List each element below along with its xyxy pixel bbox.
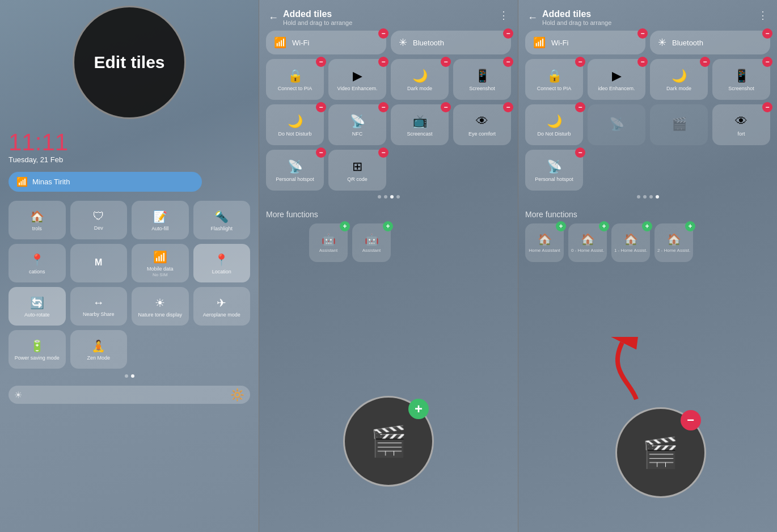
more-functions-row-2: 🤖 Assistant + 🤖 Assistant + xyxy=(259,223,518,262)
bluetooth-tile-3-icon: ✳ xyxy=(658,36,666,49)
dots-indicator-3 xyxy=(525,195,770,199)
zoom-remove-badge[interactable]: − xyxy=(681,410,701,430)
more-functions-row-3: 🏠 Home Assistant + 🏠 0 - Home Assist. + … xyxy=(518,223,777,262)
wifi-wide-tile[interactable]: 📶 Wi-Fi − xyxy=(266,31,386,54)
red-arrow-svg xyxy=(591,337,648,405)
tile-nearby-share[interactable]: ↔ Nearby Share xyxy=(70,287,128,326)
zoom-screenrecorder-remove-icon: 🎬 xyxy=(642,436,679,470)
edit-tiles-label: Edit tiles xyxy=(94,52,164,73)
panel3-header: ← Added tiles Hold and drag to arrange ⋮ xyxy=(518,0,777,31)
panel-1: Edit tiles 11:11 Tuesday, 21 Feb 📶 Minas… xyxy=(0,0,259,532)
dark-remove[interactable]: − xyxy=(441,57,451,67)
wifi-icon: 📶 xyxy=(16,176,28,187)
auto-rotate-icon: 🔄 xyxy=(30,296,44,310)
more-tile-home-2[interactable]: 🏠 0 - Home Assist. + xyxy=(568,223,607,262)
more-functions-label-3: More functions xyxy=(518,203,777,223)
tile-controls[interactable]: 🏠 trols xyxy=(9,201,66,239)
tile-eye-comfort[interactable]: 👁 Eye comfort − xyxy=(453,104,511,145)
tile-dnd[interactable]: 🌙 Do Not Disturb − xyxy=(266,104,324,145)
tile-screenshot[interactable]: 📱 Screenshot − xyxy=(453,59,511,100)
tile3-screenrecord[interactable]: 🎬 xyxy=(650,104,708,145)
nfc-remove[interactable]: − xyxy=(378,102,388,112)
tile3-dnd[interactable]: 🌙 Do Not Disturb − xyxy=(525,104,583,145)
tile3-connect-pia[interactable]: 🔒 Connect to PIA − xyxy=(525,59,583,100)
three-dots-3-icon[interactable]: ⋮ xyxy=(758,9,768,22)
flashlight-icon: 🔦 xyxy=(214,210,229,223)
hotspot-remove[interactable]: − xyxy=(316,147,326,158)
tile-location[interactable]: 📍 Location xyxy=(193,244,251,282)
dev-icon: 🛡 xyxy=(93,210,104,223)
wifi-tile-icon: 📶 xyxy=(274,36,286,49)
quick-tiles-grid: 🏠 trols 🛡 Dev 📝 Auto-fill 🔦 Flashlight 📍 xyxy=(9,201,250,369)
tile-autofill[interactable]: 📝 Auto-fill xyxy=(132,201,189,239)
dnd-remove[interactable]: − xyxy=(316,102,326,112)
back-arrow-3-icon[interactable]: ← xyxy=(527,12,538,24)
bluetooth-remove-3[interactable]: − xyxy=(762,28,772,39)
panel2-header: ← Added tiles Hold and drag to arrange ⋮ xyxy=(259,0,518,31)
wifi-bar[interactable]: 📶 Minas Tirith xyxy=(9,172,202,192)
panel3-title: Added tiles xyxy=(542,9,611,19)
tile3-eye[interactable]: 👁 fort − xyxy=(712,104,770,145)
tile-nature-tone[interactable]: ☀ Nature tone display xyxy=(132,287,189,326)
tile3-nfc[interactable]: 📡 xyxy=(588,104,645,145)
dots-indicator-2 xyxy=(266,195,511,199)
zoom-circle-add[interactable]: 🎬 + xyxy=(343,396,434,487)
tile-video-enhance[interactable]: ▶ Video Enhancem. − xyxy=(328,59,386,100)
tile-screencast[interactable]: 📺 Screencast − xyxy=(391,104,449,145)
tile-auto-rotate[interactable]: 🔄 Auto-rotate xyxy=(9,287,66,326)
brightness-bar[interactable]: ☀ 🔆 xyxy=(9,386,250,404)
panel2-title: Added tiles xyxy=(283,9,352,19)
tile-aeroplane[interactable]: ✈ Aeroplane mode xyxy=(193,287,251,326)
zen-mode-icon: 🧘 xyxy=(91,339,105,353)
three-dots-icon[interactable]: ⋮ xyxy=(499,9,509,22)
tile-m[interactable]: M xyxy=(70,244,128,282)
bluetooth-remove-badge[interactable]: − xyxy=(503,28,513,39)
tile-nfc[interactable]: 📡 NFC − xyxy=(328,104,386,145)
more-tile-assistant-1[interactable]: 🤖 Assistant + xyxy=(309,223,348,262)
tile-dark-mode[interactable]: 🌙 Dark mode − xyxy=(391,59,449,100)
wifi-wide-tile-3[interactable]: 📶 Wi-Fi − xyxy=(525,31,645,54)
more-tile-home-3[interactable]: 🏠 1 - Home Assist. + xyxy=(611,223,650,262)
wifi-remove-3[interactable]: − xyxy=(637,28,648,39)
assistant-add-2[interactable]: + xyxy=(383,221,393,231)
date-display: Tuesday, 21 Feb xyxy=(9,155,250,164)
video-remove[interactable]: − xyxy=(378,57,388,67)
tile3-video[interactable]: ▶ ideo Enhancem. − xyxy=(588,59,645,100)
tile-dev[interactable]: 🛡 Dev xyxy=(70,201,128,239)
tile-zen-mode[interactable]: 🧘 Zen Mode xyxy=(70,330,128,369)
zoom-add-badge[interactable]: + xyxy=(408,399,429,419)
zoom-screenrecorder-icon: 🎬 xyxy=(370,424,407,459)
tile3-hotspot[interactable]: 📡 Personal hotspot − xyxy=(525,150,583,191)
more-tile-assistant-2[interactable]: 🤖 Assistant + xyxy=(352,223,391,262)
brightness-high-icon: 🔆 xyxy=(230,388,244,402)
controls-icon: 🏠 xyxy=(30,210,44,223)
tile-connect-pia[interactable]: 🔒 Connect to PIA − xyxy=(266,59,324,100)
assistant-add-1[interactable]: + xyxy=(340,221,350,231)
brightness-low-icon: ☀ xyxy=(14,390,22,400)
tile3-screenshot[interactable]: 📱 Screenshot − xyxy=(712,59,770,100)
screenshot-remove[interactable]: − xyxy=(503,57,513,67)
more-tile-home-1[interactable]: 🏠 Home Assistant + xyxy=(525,223,564,262)
tile-flashlight[interactable]: 🔦 Flashlight xyxy=(193,201,251,239)
red-arrow-container xyxy=(591,337,648,407)
tile3-dark[interactable]: 🌙 Dark mode − xyxy=(650,59,708,100)
more-tile-home-4[interactable]: 🏠 2 - Home Assist. + xyxy=(654,223,693,262)
wifi-remove-badge[interactable]: − xyxy=(378,28,388,39)
tile-mobile-data[interactable]: 📶 Mobile data No SIM xyxy=(132,244,189,282)
back-arrow-icon[interactable]: ← xyxy=(268,12,278,24)
pia-remove[interactable]: − xyxy=(316,57,326,67)
bluetooth-wide-tile-3[interactable]: ✳ Bluetooth − xyxy=(650,31,770,54)
panel-2: ← Added tiles Hold and drag to arrange ⋮… xyxy=(259,0,518,532)
edit-tiles-circle: Edit tiles xyxy=(73,6,186,119)
panel3-subtitle: Hold and drag to arrange xyxy=(542,19,611,26)
nature-tone-icon: ☀ xyxy=(155,296,165,310)
tile-power-saving[interactable]: 🔋 Power saving mode xyxy=(9,330,66,369)
eye-remove[interactable]: − xyxy=(503,102,513,112)
bluetooth-wide-tile[interactable]: ✳ Bluetooth − xyxy=(391,31,511,54)
tile-qr[interactable]: ⊞ QR code − xyxy=(328,150,386,191)
screencast-remove[interactable]: − xyxy=(441,102,451,112)
qr-remove[interactable]: − xyxy=(378,147,388,158)
tile-locations[interactable]: 📍 cations xyxy=(9,244,66,282)
tile-hotspot[interactable]: 📡 Personal hotspot − xyxy=(266,150,324,191)
zoom-circle-remove[interactable]: 🎬 − xyxy=(615,407,706,498)
